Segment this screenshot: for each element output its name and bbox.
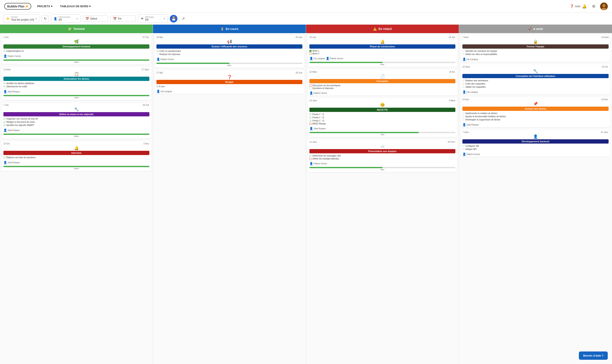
- task-text: Implémentation UI: [6, 50, 24, 52]
- progress-bar-fill: [3, 95, 149, 96]
- bubble-type-icon: 😊: [308, 102, 457, 108]
- bubble-date-end: 3 Nov.: [144, 143, 149, 145]
- bubble-card[interactable]: 7 Août 24 Août🔒Former l'équipe☐Identifie…: [461, 35, 610, 62]
- task-text: Valider les maquettes: [465, 86, 486, 88]
- bubble-card[interactable]: 7 Juil. 28 Juil.🔧Définir la vision et le…: [2, 103, 151, 139]
- column-header-termine: ✅ Terminé: [0, 25, 153, 33]
- afaire-badge: ≡ À faire: [155, 84, 304, 89]
- bubble-type-icon: 🌿: [2, 39, 151, 44]
- bubble-title: Développement backend: [462, 139, 609, 143]
- task-item: Définir les résultats attendus: [309, 157, 455, 160]
- checkbox-unchecked-icon: ☐: [462, 79, 465, 82]
- bubble-assignees: 👤 Patrick Ceroni: [2, 53, 151, 59]
- assignee-icon: 👤: [3, 54, 7, 58]
- assignee-name: Julia Roques: [7, 129, 20, 131]
- task-text: Configurer DB: [465, 145, 479, 147]
- task-square-icon: [309, 87, 312, 90]
- bubble-card[interactable]: 10 Oct. 3 Nov.🔔Interview☑Élaborer une li…: [2, 141, 151, 171]
- assignee-name: Lily Langray: [466, 58, 478, 61]
- assignee-icon: 👤: [309, 91, 313, 95]
- assignee-name: Julia Roques: [7, 91, 20, 93]
- bubble-assignees: 👤 Julia Roques: [2, 89, 151, 94]
- assignee-name: Patrick Ceroni: [160, 58, 174, 61]
- save-button[interactable]: 💾: [170, 15, 177, 23]
- progress-bar-track: [3, 95, 149, 96]
- assignee: 👤 Julia Roques: [3, 161, 20, 164]
- bubble-card[interactable]: 2 Oct. 27 Oct.🌿Développement frontend☑Im…: [2, 35, 151, 65]
- checkbox-checked-icon: ☑: [156, 50, 159, 52]
- assignee: 👤 Patrick Ceroni: [3, 54, 21, 58]
- bubble-title: Développement frontend: [3, 44, 149, 49]
- bubble-card[interactable]: 24 Nov. 19 Déc.📌Gestion des tâches☐Implé…: [461, 97, 610, 127]
- refresh-button[interactable]: ↻: [41, 15, 49, 22]
- user-avatar[interactable]: [600, 2, 608, 10]
- notification-icon[interactable]: 🔔: [581, 3, 587, 9]
- checkbox-unchecked-icon: ☐: [462, 86, 465, 88]
- task-text: Implémenter la création de tâches: [465, 112, 497, 115]
- bubble-date-start: 12 Août: [3, 68, 11, 71]
- kanban-board: ✅ Terminé2 Oct. 27 Oct.🌿Développement fr…: [0, 25, 612, 364]
- task-square-icon: [309, 158, 312, 160]
- checkbox-checked-icon: ☑: [309, 119, 312, 122]
- bubble-card[interactable]: 21 Janv. 26 Févr.☁️Présentation aux équi…: [308, 140, 457, 172]
- bubble-card[interactable]: 22 Mars 16 Avr.📄FormationDiscussion sur …: [308, 69, 457, 96]
- bubble-card[interactable]: 10 Juin 18 Juil.🔔Phase de constructiontâ…: [308, 35, 457, 67]
- help-button[interactable]: ❓ Aide: [572, 3, 578, 9]
- column-body-termine: 2 Oct. 27 Oct.🌿Développement frontend☑Im…: [0, 33, 153, 173]
- task-text: Développer la suppression de tâches: [465, 118, 500, 121]
- intervenants-filter[interactable]: 👤 Intervenants 3/5 ▾: [51, 14, 80, 23]
- bubble-card[interactable]: 19 Janv. 6 Mars😊RECETTE☑Presta Y - /1☑Pr…: [308, 98, 457, 137]
- bubble-assignees: 👤 Patrick Ceroni: [155, 57, 304, 62]
- bubble-type-icon: 📄: [308, 74, 457, 79]
- bubble-title: Phase de construction: [309, 44, 455, 49]
- assignee-name: Julia Roques: [466, 124, 479, 126]
- assignee-icon: 👤: [309, 162, 313, 165]
- bubble-card[interactable]: 23 Sept. 23 Oct.🔧Conception de l'interfa…: [461, 64, 610, 94]
- task-text: Rédiger le document de vision: [6, 121, 35, 123]
- bubble-card[interactable]: 12 Août 17 Sept.📋Automatiser les tâches☑…: [2, 67, 151, 100]
- task-text: Questions et réponses: [312, 87, 334, 90]
- bubble-tasks: ☐Implémenter la création de tâches☐Ajout…: [461, 111, 610, 122]
- assignee-icon: 👤: [3, 90, 7, 93]
- checkbox-unchecked-icon: ☐: [462, 112, 465, 115]
- progress-bar-fill: [309, 62, 383, 63]
- fin-filter[interactable]: 📅 Fin: [110, 15, 136, 22]
- task-item: ☑Créer un questionnaire: [156, 50, 302, 53]
- progress-label: 100%: [3, 61, 149, 63]
- bubble-progress: 50%: [309, 62, 455, 66]
- bubble-card[interactable]: 27 Mai 28 Juin❓Budget≡ À faire👤 Lily Lan…: [155, 70, 304, 94]
- export-button[interactable]: ↗: [180, 15, 187, 22]
- bubble-assignees: 👤 Patrick Ceroni: [308, 91, 457, 96]
- assignee: 👤 Lily Langray: [462, 90, 478, 94]
- assignee: 👤 Julia Roques: [3, 129, 20, 132]
- affichage-filter[interactable]: 👁 Affichage 3/8 ▾: [138, 14, 168, 23]
- bubble-tasks: ☐Réaliser des wireframes☐Créer des maque…: [461, 78, 610, 90]
- assignee-icon: 👤: [462, 90, 466, 94]
- bubble-title: Conception de l'interface utilisateur: [462, 74, 609, 78]
- checkbox-checked-icon: ☑: [3, 117, 6, 120]
- debut-filter[interactable]: 📅 Début: [83, 15, 108, 22]
- progress-bar-track: [3, 134, 149, 135]
- afaire-icon: ≡: [156, 85, 158, 88]
- checkbox-checked-icon: ☑: [3, 50, 6, 52]
- task-text: BASE Réseau: [312, 123, 326, 125]
- nav-projets[interactable]: PROJETS ▾: [36, 4, 54, 9]
- bubble-card[interactable]: 7 Janv. 31 Janv.👤Développement backend☐C…: [461, 130, 610, 157]
- help-cta-button[interactable]: Besoin d'aide ?: [579, 351, 608, 360]
- bubble-date-start: 7 Juil.: [3, 104, 9, 106]
- bubble-type-icon: ☁️: [308, 143, 457, 149]
- bubble-tasks: ☑Élaborer une liste de questions: [2, 155, 151, 160]
- bubble-tasks: ☑Presta Y - /1☑Presta Y - /2☑Presta Y - …: [308, 112, 457, 126]
- nav-tableaux[interactable]: TABLEAUX DE BORD ▾: [58, 4, 93, 9]
- bubble-card[interactable]: 20 Mai 25 Juin📢Évaluer l'efficacité des …: [155, 35, 304, 68]
- assignee-icon: 👤: [156, 58, 160, 61]
- projects-filter[interactable]: 📁 Projets Tous les projets (10) ▾: [3, 14, 39, 23]
- settings-icon[interactable]: ⚙: [591, 3, 597, 9]
- assignee: 👤 Lily Langray: [309, 57, 325, 60]
- task-item: ☐Réaliser des wireframes: [462, 79, 609, 82]
- bubble-progress: 50%: [156, 63, 302, 66]
- bubble-date-start: 27 Mai: [156, 72, 163, 74]
- bubble-title: Automatiser les tâches: [3, 77, 149, 81]
- bubble-assignees: 👤 Julia Roques: [2, 160, 151, 165]
- logo[interactable]: Bubble Plan ★: [4, 3, 31, 10]
